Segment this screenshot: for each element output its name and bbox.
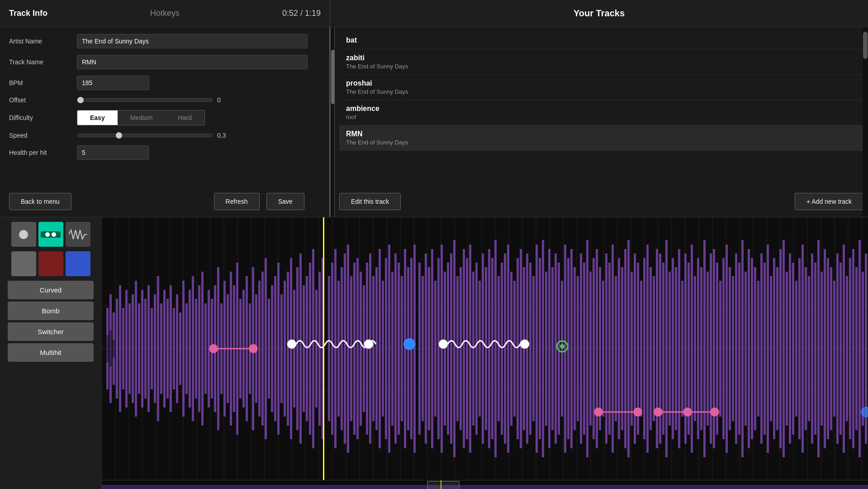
difficulty-hard[interactable]: Hard xyxy=(166,110,204,125)
svg-rect-68 xyxy=(138,303,140,394)
track-item-bat[interactable]: bat xyxy=(339,32,863,49)
track-info-panel: Artist Name Track Name BPM Offset 0 Diff… xyxy=(0,27,330,217)
svg-rect-201 xyxy=(564,244,566,453)
track-title-proshai: proshai xyxy=(346,79,857,87)
svg-rect-214 xyxy=(605,254,607,444)
svg-rect-293 xyxy=(855,267,858,430)
svg-rect-211 xyxy=(596,249,598,448)
track-item-zabiti[interactable]: zabiti The End of Sunny Days xyxy=(339,49,863,75)
top-left-header: Track Info Hotkeys 0:52 / 1:19 xyxy=(0,0,330,27)
tool-icons-row-1 xyxy=(5,222,97,247)
svg-rect-136 xyxy=(356,258,359,439)
back-to-menu-button[interactable]: Back to menu xyxy=(9,193,71,210)
svg-rect-113 xyxy=(280,294,283,403)
svg-rect-167 xyxy=(456,276,459,421)
svg-rect-298 xyxy=(109,331,112,367)
track-item-ambience[interactable]: ambience roof xyxy=(339,100,863,125)
track-item-rmn[interactable]: RMN The End of Sunny Days xyxy=(339,125,863,151)
svg-rect-297 xyxy=(106,335,109,362)
svg-rect-120 xyxy=(303,285,305,412)
tool-panel: Curved Bomb Switcher Multihit xyxy=(0,217,102,489)
green-bar-inner xyxy=(41,231,61,238)
bomb-button[interactable]: Bomb xyxy=(8,302,94,320)
refresh-button[interactable]: Refresh xyxy=(214,193,260,210)
svg-rect-84 xyxy=(189,290,191,408)
tab-track-info[interactable]: Track Info xyxy=(9,9,47,18)
svg-rect-156 xyxy=(422,276,424,421)
svg-rect-221 xyxy=(627,240,630,457)
svg-rect-295 xyxy=(862,272,864,426)
svg-rect-134 xyxy=(350,276,352,421)
svg-rect-145 xyxy=(385,258,387,439)
right-scroll-thumb[interactable] xyxy=(863,32,868,59)
svg-rect-286 xyxy=(833,281,835,417)
save-button[interactable]: Save xyxy=(266,193,304,210)
svg-rect-115 xyxy=(287,272,289,426)
svg-rect-133 xyxy=(347,244,349,453)
tool-wave-icon[interactable] xyxy=(66,222,90,247)
svg-rect-283 xyxy=(824,249,826,448)
offset-label: Offset xyxy=(9,96,72,104)
speed-slider[interactable] xyxy=(77,134,213,137)
svg-rect-128 xyxy=(331,263,333,435)
svg-rect-166 xyxy=(453,240,455,457)
curved-button[interactable]: Curved xyxy=(8,281,94,299)
edit-this-track-button[interactable]: Edit this track xyxy=(339,193,401,210)
svg-rect-195 xyxy=(545,272,547,426)
svg-rect-222 xyxy=(631,272,633,426)
health-input[interactable] xyxy=(77,145,149,160)
track-item-proshai[interactable]: proshai The End of Sunny Days xyxy=(339,75,863,100)
svg-rect-255 xyxy=(735,254,737,444)
track-name-input[interactable] xyxy=(77,55,308,69)
scroll-divider xyxy=(330,27,335,217)
scroll-thumb[interactable] xyxy=(331,50,335,104)
svg-rect-285 xyxy=(830,267,832,430)
color-swatch-blue[interactable] xyxy=(66,251,90,276)
tab-hotkeys[interactable]: Hotkeys xyxy=(150,9,180,18)
offset-row: Offset 0 xyxy=(9,96,320,104)
track-editor[interactable]: // Grid lines would be generated, but SV… xyxy=(102,217,868,489)
svg-rect-67 xyxy=(135,281,137,417)
track-name-row: Track Name xyxy=(9,55,320,69)
svg-rect-213 xyxy=(602,281,604,417)
svg-rect-287 xyxy=(836,254,839,444)
difficulty-medium[interactable]: Medium xyxy=(118,110,166,125)
note-pink-end-4a xyxy=(633,408,642,417)
svg-rect-82 xyxy=(182,281,185,417)
svg-rect-205 xyxy=(577,276,579,421)
svg-rect-282 xyxy=(821,272,823,426)
offset-slider[interactable] xyxy=(77,98,213,102)
svg-rect-146 xyxy=(388,244,390,453)
bpm-input[interactable] xyxy=(77,76,149,90)
difficulty-label: Difficulty xyxy=(9,114,72,121)
minimap[interactable] xyxy=(102,480,868,489)
note-pink-end-1 xyxy=(249,344,258,353)
color-swatch-red[interactable] xyxy=(38,251,63,276)
svg-rect-161 xyxy=(437,258,440,439)
svg-rect-197 xyxy=(551,267,554,430)
svg-rect-238 xyxy=(681,281,683,417)
bottom-area: Curved Bomb Switcher Multihit // Grid li… xyxy=(0,217,868,489)
svg-rect-268 xyxy=(776,267,778,430)
svg-rect-267 xyxy=(773,258,775,439)
svg-rect-86 xyxy=(195,299,197,398)
tool-green-bar-icon[interactable] xyxy=(38,222,63,247)
svg-rect-198 xyxy=(555,254,557,444)
svg-rect-112 xyxy=(277,263,280,435)
artist-input[interactable] xyxy=(77,34,308,48)
note-white-end-3 xyxy=(520,340,529,349)
svg-rect-237 xyxy=(678,249,680,448)
waveform-area: // Grid lines would be generated, but SV… xyxy=(102,217,868,480)
difficulty-easy[interactable]: Easy xyxy=(77,110,118,125)
svg-rect-89 xyxy=(204,303,207,394)
add-new-track-button[interactable]: + Add new track xyxy=(795,193,863,210)
health-label: Health per hit xyxy=(9,149,72,156)
svg-rect-65 xyxy=(128,303,131,394)
color-swatch-gray[interactable] xyxy=(11,251,36,276)
tool-dot-icon[interactable] xyxy=(11,222,36,247)
switcher-button[interactable]: Switcher xyxy=(8,322,94,341)
svg-rect-217 xyxy=(615,276,617,421)
svg-rect-121 xyxy=(306,276,308,421)
svg-rect-212 xyxy=(599,267,601,430)
multihit-button[interactable]: Multihit xyxy=(8,343,94,362)
